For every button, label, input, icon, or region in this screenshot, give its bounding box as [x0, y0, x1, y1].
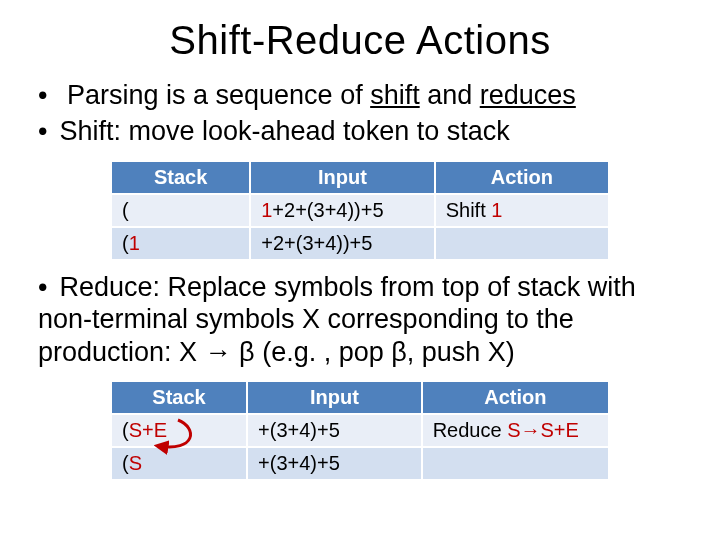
col-action: Action	[435, 161, 609, 194]
red-token: 1	[129, 232, 140, 254]
bullet-shift-def: Shift: move look-ahead token to stack	[38, 115, 682, 147]
underline-reduces: reduces	[480, 80, 576, 110]
cell-stack: (1	[111, 227, 250, 260]
red-token: S	[129, 452, 142, 474]
table-row: (S+E +(3+4)+5 Reduce S→S+E	[111, 414, 609, 447]
cell-input: +2+(3+4))+5	[250, 227, 434, 260]
table-header-row: Stack Input Action	[111, 161, 609, 194]
text: +2+(3+4))+5	[272, 199, 383, 221]
text: (	[122, 232, 129, 254]
table-row: (1 +2+(3+4))+5	[111, 227, 609, 260]
col-stack: Stack	[111, 161, 250, 194]
bullet-reduce-def: Reduce: Replace symbols from top of stac…	[38, 271, 682, 368]
cell-action	[422, 447, 609, 480]
red-token: 1	[491, 199, 502, 221]
text: Shift	[446, 199, 492, 221]
cell-stack: (	[111, 194, 250, 227]
red-token: S+E	[129, 419, 167, 441]
cell-action	[435, 227, 609, 260]
red-token: 1	[261, 199, 272, 221]
cell-action: Reduce S→S+E	[422, 414, 609, 447]
cell-stack: (S+E	[111, 414, 247, 447]
cell-input: +(3+4)+5	[247, 447, 422, 480]
col-input: Input	[250, 161, 434, 194]
slide: Shift-Reduce Actions Parsing is a sequen…	[0, 0, 720, 540]
bullet-parsing: Parsing is a sequence of shift and reduc…	[38, 79, 682, 111]
bullet-list-top: Parsing is a sequence of shift and reduc…	[38, 79, 682, 148]
cell-stack: (S	[111, 447, 247, 480]
col-input: Input	[247, 381, 422, 414]
cell-input: 1+2+(3+4))+5	[250, 194, 434, 227]
page-title: Shift-Reduce Actions	[38, 18, 682, 63]
table-reduce-example: Stack Input Action (S+E +(3+4)+5 Reduce …	[110, 380, 610, 481]
col-action: Action	[422, 381, 609, 414]
text: (	[122, 419, 129, 441]
cell-input: +(3+4)+5	[247, 414, 422, 447]
text: (	[122, 452, 129, 474]
text: Reduce	[433, 419, 508, 441]
table-row: (S +(3+4)+5	[111, 447, 609, 480]
col-stack: Stack	[111, 381, 247, 414]
red-token: S→S+E	[507, 419, 579, 441]
bullet-list-bottom: Reduce: Replace symbols from top of stac…	[38, 271, 682, 368]
table-header-row: Stack Input Action	[111, 381, 609, 414]
text: and	[420, 80, 480, 110]
table-shift-example: Stack Input Action ( 1+2+(3+4))+5 Shift …	[110, 160, 610, 261]
cell-action: Shift 1	[435, 194, 609, 227]
table-row: ( 1+2+(3+4))+5 Shift 1	[111, 194, 609, 227]
reduce-table-wrap: Stack Input Action (S+E +(3+4)+5 Reduce …	[38, 380, 682, 481]
underline-shift: shift	[370, 80, 420, 110]
text: Parsing is a sequence of	[67, 80, 370, 110]
